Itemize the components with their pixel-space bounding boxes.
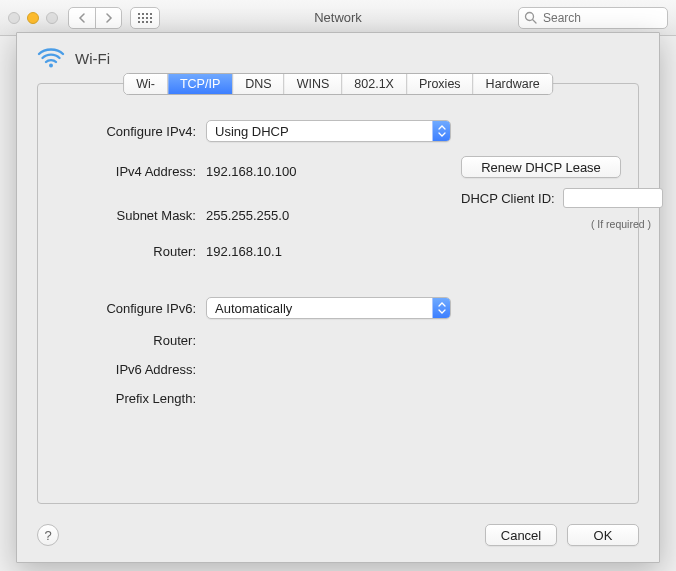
sheet-header: Wi-Fi	[17, 33, 659, 77]
label-configure-ipv4: Configure IPv4:	[66, 124, 196, 139]
renew-dhcp-button[interactable]: Renew DHCP Lease	[461, 156, 621, 178]
label-configure-ipv6: Configure IPv6:	[66, 301, 196, 316]
label-dhcp-client-id: DHCP Client ID:	[461, 191, 555, 206]
router-value: 192.168.10.1	[206, 244, 451, 259]
dhcp-client-id-hint: ( If required )	[571, 218, 671, 230]
label-subnet-mask: Subnet Mask:	[66, 208, 196, 223]
configure-ipv4-select[interactable]: Using DHCP	[206, 120, 451, 142]
configure-ipv6-select[interactable]: Automatically	[206, 297, 451, 319]
svg-point-2	[49, 64, 53, 68]
configure-ipv6-value: Automatically	[215, 301, 292, 316]
zoom-window-icon[interactable]	[46, 12, 58, 24]
label-ipv4-address: IPv4 Address:	[66, 164, 196, 179]
tab-dns[interactable]: DNS	[232, 74, 283, 94]
sheet-title: Wi-Fi	[75, 50, 110, 67]
minimize-window-icon[interactable]	[27, 12, 39, 24]
subnet-mask-value: 255.255.255.0	[206, 208, 451, 223]
tab-proxies[interactable]: Proxies	[406, 74, 473, 94]
nav-button-group	[68, 7, 122, 29]
back-button[interactable]	[69, 8, 95, 28]
tab-wins[interactable]: WINS	[284, 74, 342, 94]
grid-icon	[138, 13, 152, 23]
help-button[interactable]: ?	[37, 524, 59, 546]
traffic-lights	[8, 12, 58, 24]
form-grid: Configure IPv4: Using DHCP IPv4 Address:…	[66, 120, 610, 406]
ok-button[interactable]: OK	[567, 524, 639, 546]
footer-actions: Cancel OK	[485, 524, 639, 546]
window-title: Network	[314, 10, 362, 25]
tab-wifi[interactable]: Wi-Fi	[124, 74, 167, 94]
show-all-button[interactable]	[130, 7, 160, 29]
label-router-ipv6: Router:	[66, 333, 196, 348]
tab-bar: Wi-Fi TCP/IP DNS WINS 802.1X Proxies Har…	[123, 73, 553, 95]
cell-configure-ipv4: Using DHCP	[206, 120, 451, 142]
settings-panel: Wi-Fi TCP/IP DNS WINS 802.1X Proxies Har…	[37, 83, 639, 504]
select-endcap-icon	[432, 298, 450, 318]
label-ipv6-address: IPv6 Address:	[66, 362, 196, 377]
search-icon	[524, 11, 537, 24]
settings-sheet: Wi-Fi Wi-Fi TCP/IP DNS WINS 802.1X Proxi…	[16, 32, 660, 563]
label-prefix-length: Prefix Length:	[66, 391, 196, 406]
cancel-button[interactable]: Cancel	[485, 524, 557, 546]
dhcp-client-id-input[interactable]	[563, 188, 663, 208]
wifi-icon	[37, 47, 65, 69]
dhcp-client-id-row: DHCP Client ID:	[461, 188, 663, 208]
configure-ipv4-value: Using DHCP	[215, 124, 289, 139]
dhcp-right-column: Renew DHCP Lease DHCP Client ID: ( If re…	[461, 156, 671, 230]
chevron-left-icon	[78, 13, 86, 23]
tab-tcpip[interactable]: TCP/IP	[167, 74, 232, 94]
tab-8021x[interactable]: 802.1X	[341, 74, 406, 94]
label-router: Router:	[66, 244, 196, 259]
close-window-icon[interactable]	[8, 12, 20, 24]
tab-hardware[interactable]: Hardware	[473, 74, 552, 94]
titlebar: Network	[0, 0, 676, 36]
cell-configure-ipv6: Automatically	[206, 297, 451, 319]
svg-line-1	[533, 19, 537, 23]
select-endcap-icon	[432, 121, 450, 141]
search-input[interactable]	[518, 7, 668, 29]
chevron-right-icon	[105, 13, 113, 23]
search-wrap	[518, 7, 668, 29]
sheet-footer: ? Cancel OK	[17, 516, 659, 562]
ipv4-address-value: 192.168.10.100	[206, 164, 451, 179]
forward-button[interactable]	[95, 8, 121, 28]
